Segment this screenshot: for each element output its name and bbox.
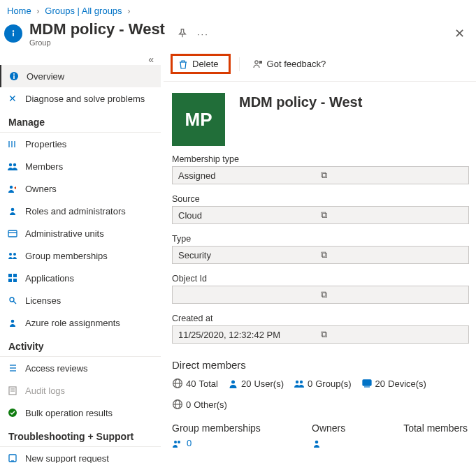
field-label-source: Source: [172, 194, 469, 204]
copy-icon[interactable]: ⧉: [321, 249, 463, 260]
group-memberships-icon: [7, 250, 18, 261]
sidebar-item-bulk-operation[interactable]: Bulk operation results: [0, 402, 161, 424]
field-value: Assigned: [178, 170, 321, 181]
sidebar-item-access-reviews[interactable]: Access reviews: [0, 357, 161, 379]
sidebar-item-members[interactable]: Members: [0, 155, 161, 177]
group-avatar: MP: [172, 93, 225, 146]
stat-users[interactable]: 20 User(s): [228, 378, 284, 389]
svg-point-45: [315, 440, 319, 443]
svg-rect-17: [13, 274, 17, 277]
stat-value: 0: [308, 379, 312, 389]
main-content: Delete Got feedback? MP MDM policy - Wes…: [161, 51, 476, 463]
stat-groups[interactable]: 0 Group(s): [294, 378, 352, 389]
sidebar-label: Diagnose and solve problems: [25, 94, 145, 104]
sidebar-item-admin-units[interactable]: Administrative units: [0, 222, 161, 244]
sidebar-label: Roles and administrators: [25, 206, 126, 216]
sidebar-item-group-memberships[interactable]: Group memberships: [0, 244, 161, 267]
applications-icon: [7, 272, 18, 284]
field-created: 11/25/2020, 12:32:42 PM ⧉: [172, 325, 469, 344]
access-reviews-icon: [7, 362, 18, 374]
sidebar-label: Members: [25, 161, 63, 172]
sidebar-label: Owners: [25, 184, 57, 194]
svg-rect-19: [13, 279, 17, 282]
svg-rect-38: [363, 380, 371, 385]
copy-icon[interactable]: ⧉: [321, 170, 463, 181]
svg-point-43: [174, 441, 177, 443]
breadcrumb: Home › Groups | All groups ›: [0, 0, 476, 19]
sidebar-label: Applications: [25, 273, 74, 284]
copy-icon[interactable]: ⧉: [321, 210, 463, 221]
group-memberships-value[interactable]: 0: [172, 438, 312, 448]
svg-point-31: [254, 61, 257, 64]
info-icon: [8, 71, 20, 82]
collapse-sidebar-icon[interactable]: «: [0, 54, 161, 65]
field-type: Security ⧉: [172, 246, 469, 264]
copy-icon[interactable]: ⧉: [321, 329, 463, 340]
properties-icon: [7, 138, 18, 149]
stat-label: Total: [199, 379, 217, 389]
globe-icon: [172, 378, 183, 389]
sidebar-label: Overview: [27, 71, 64, 82]
svg-point-0: [13, 30, 14, 31]
audit-logs-icon: [7, 385, 18, 396]
bottom-summary: Group memberships 0 Owners 2 Total membe…: [164, 418, 476, 448]
sidebar-item-roles[interactable]: Roles and administrators: [0, 200, 161, 222]
licenses-icon: [7, 295, 18, 306]
support-icon: [7, 453, 18, 463]
copy-icon[interactable]: ⧉: [321, 289, 463, 300]
total-members-value[interactable]: 0: [389, 438, 468, 448]
stat-others[interactable]: 0 Other(s): [172, 399, 227, 410]
stat-total[interactable]: 40 Total: [172, 378, 218, 389]
field-value: Security: [178, 250, 321, 260]
sidebar-item-overview[interactable]: Overview: [0, 65, 161, 87]
stat-label: Group(s): [315, 379, 351, 389]
stat-value: 20: [375, 379, 385, 389]
total-members-title: Total members: [389, 422, 468, 434]
breadcrumb-home[interactable]: Home: [7, 6, 31, 16]
svg-point-10: [10, 186, 13, 189]
close-icon[interactable]: ✕: [454, 26, 465, 41]
svg-rect-16: [8, 274, 12, 277]
field-membership-type: Assigned ⧉: [172, 166, 469, 184]
direct-members-stats: 40 Total 20 User(s) 0 Group(s): [164, 374, 476, 418]
owners-value[interactable]: 2: [312, 438, 389, 448]
azure-role-icon: [7, 317, 18, 328]
sidebar-label: Azure role assignments: [25, 318, 120, 328]
sidebar-label: Access reviews: [25, 363, 88, 374]
admin-units-icon: [7, 228, 18, 239]
field-object-id: ⧉: [172, 286, 469, 304]
stat-devices[interactable]: 20 Device(s): [361, 378, 426, 389]
feedback-icon: [252, 59, 263, 69]
sidebar-item-properties[interactable]: Properties: [0, 133, 161, 155]
svg-rect-1: [13, 33, 14, 36]
delete-button[interactable]: Delete: [171, 54, 231, 74]
pin-icon[interactable]: [178, 29, 187, 38]
sidebar-section-activity: Activity: [0, 334, 161, 357]
page-header: MDM policy - West Group ··· ✕: [0, 19, 476, 51]
sidebar: « Overview ✕ Diagnose and solve problems…: [0, 51, 161, 463]
field-label-membership-type: Membership type: [172, 154, 469, 164]
trash-icon: [178, 59, 188, 69]
sidebar-item-audit-logs[interactable]: Audit logs: [0, 379, 161, 402]
sidebar-item-applications[interactable]: Applications: [0, 267, 161, 289]
sidebar-item-owners[interactable]: Owners: [0, 177, 161, 200]
svg-point-35: [231, 380, 235, 383]
svg-point-21: [11, 320, 15, 323]
sidebar-item-diagnose[interactable]: ✕ Diagnose and solve problems: [0, 87, 161, 110]
sidebar-item-support[interactable]: New support request: [0, 447, 161, 463]
group-memberships-title: Group memberships: [172, 422, 312, 434]
feedback-button[interactable]: Got feedback?: [248, 59, 331, 69]
stat-value: 20: [241, 379, 251, 389]
feedback-label: Got feedback?: [267, 59, 326, 69]
sidebar-item-licenses[interactable]: Licenses: [0, 289, 161, 311]
svg-point-8: [9, 163, 12, 166]
breadcrumb-groups[interactable]: Groups | All groups: [45, 6, 122, 16]
more-icon[interactable]: ···: [197, 29, 209, 39]
svg-point-15: [13, 253, 16, 256]
field-label-object-id: Object Id: [172, 274, 469, 284]
svg-point-37: [300, 380, 303, 383]
command-bar: Delete Got feedback?: [164, 51, 476, 82]
svg-point-9: [13, 163, 16, 166]
sidebar-label: Administrative units: [25, 228, 104, 239]
sidebar-item-azure-role[interactable]: Azure role assignments: [0, 311, 161, 334]
